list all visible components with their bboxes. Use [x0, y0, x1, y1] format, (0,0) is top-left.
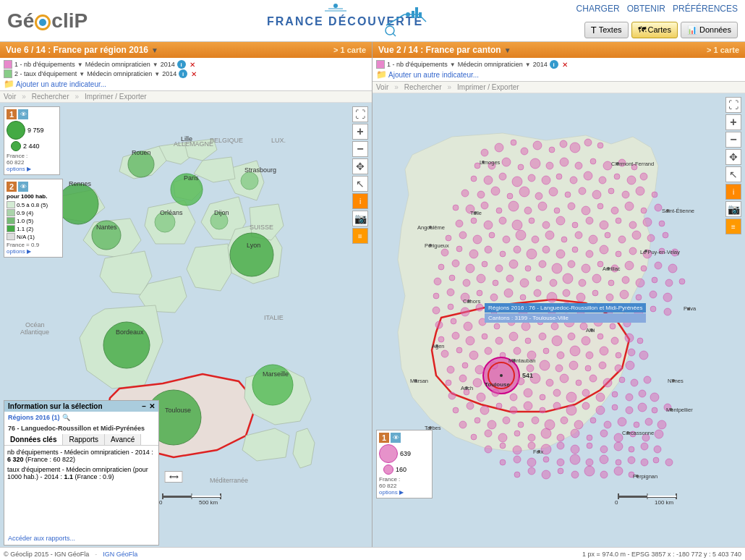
svg-text:Marseille: Marseille	[263, 370, 289, 378]
svg-point-362	[532, 417, 539, 424]
right-pan-btn[interactable]: ✥	[725, 149, 741, 165]
svg-point-92	[590, 158, 596, 164]
svg-rect-477	[618, 496, 647, 497]
right-map-container[interactable]: Limoges Clermont-Ferrand Angoulême Tulle…	[372, 93, 745, 520]
right-add-indicator[interactable]: 📁 Ajouter un autre indicateur...	[376, 69, 741, 80]
ind2-info-icon[interactable]: i	[179, 69, 187, 78]
left-voir-link[interactable]: Voir	[4, 93, 16, 101]
info-search-icon[interactable]: 🔍	[62, 414, 70, 421]
tab-donnees-cles[interactable]: Données clés	[4, 434, 63, 445]
svg-point-328	[477, 393, 485, 402]
right-view-more[interactable]: > 1 carte	[707, 46, 739, 54]
left-view-more[interactable]: > 1 carte	[333, 46, 366, 54]
svg-point-471	[414, 379, 417, 382]
svg-point-132	[582, 206, 590, 215]
right-ind1-color	[376, 60, 385, 69]
svg-point-297	[616, 352, 621, 358]
charger-link[interactable]: CHARGER	[576, 4, 620, 14]
left-imprimer-link[interactable]: Imprimer / Exporter	[85, 93, 147, 101]
ind1-close[interactable]: ✕	[190, 61, 195, 69]
right-legend-eye[interactable]: 👁	[391, 433, 401, 443]
acces-rapports-link[interactable]: Accéder aux rapports...	[8, 535, 75, 542]
svg-point-33	[58, 184, 98, 224]
svg-point-174	[500, 251, 506, 257]
right-ind1-dropdown[interactable]: ▼	[450, 61, 456, 68]
right-zoom-out-btn[interactable]: −	[725, 132, 741, 148]
left-rechercher-link[interactable]: Rechercher	[32, 93, 69, 101]
ind1-info-icon[interactable]: i	[177, 60, 186, 69]
pan-btn[interactable]: ✥	[352, 158, 368, 174]
legend2-row1: 0.5 à 0.8 (5)	[7, 201, 60, 208]
right-screenshot-btn[interactable]: 📷	[725, 201, 741, 217]
left-view-dropdown-arrow[interactable]: ▼	[151, 46, 158, 54]
info-close-btn[interactable]: ✕	[149, 402, 155, 410]
screenshot-btn[interactable]: 📷	[352, 211, 368, 226]
ind2-dropdown[interactable]: ▼	[79, 71, 85, 77]
svg-point-232	[576, 293, 585, 302]
svg-point-296	[600, 347, 608, 355]
cartes-button[interactable]: 🗺 Cartes	[631, 22, 678, 38]
svg-point-258	[464, 322, 472, 331]
right-ind1-sub-dropdown[interactable]: ▼	[525, 61, 531, 68]
svg-point-195	[552, 263, 562, 273]
svg-point-321	[589, 375, 597, 382]
right-imprimer-link[interactable]: Imprimer / Exporter	[457, 83, 519, 91]
legend2-options[interactable]: options ▶	[7, 248, 60, 255]
right-legend-options[interactable]: options ▶	[379, 489, 430, 496]
preferences-link[interactable]: PRÉFÉRENCES	[673, 4, 738, 14]
info-minimize-btn[interactable]: −	[142, 402, 146, 410]
sync-icon: ⟺	[169, 473, 179, 480]
svg-point-459	[465, 386, 468, 389]
svg-point-466	[621, 318, 624, 321]
right-zoom-in-btn[interactable]: +	[725, 114, 741, 130]
svg-point-273	[482, 334, 488, 339]
left-add-indicator[interactable]: 📁 Ajouter un autre indicateur...	[4, 79, 368, 89]
ind2-sub-dropdown[interactable]: ▼	[154, 71, 160, 77]
svg-point-326	[448, 392, 456, 399]
right-voir-link[interactable]: Voir	[376, 83, 388, 91]
info-region-header: Régions 2016 (1) 🔍	[4, 412, 158, 423]
legend1-val1: 9 759	[27, 127, 44, 134]
legend1-eye[interactable]: 👁	[18, 109, 28, 119]
sync-views-btn[interactable]: ⟺	[165, 471, 183, 483]
svg-point-213	[563, 273, 573, 284]
ind1-dropdown[interactable]: ▼	[77, 61, 83, 68]
svg-rect-8	[415, 7, 418, 18]
textes-button[interactable]: T Textes	[584, 22, 629, 38]
info-region-name: 76 - Languedoc-Roussillon et Midi-Pyréné…	[4, 423, 158, 434]
zoom-out-btn[interactable]: −	[352, 141, 368, 157]
select-btn[interactable]: ↖	[352, 176, 368, 192]
right-rechercher-link[interactable]: Rechercher	[404, 83, 442, 91]
right-select-btn[interactable]: ↖	[725, 166, 741, 182]
layers-btn[interactable]: ≡	[352, 228, 368, 244]
svg-point-397	[641, 443, 648, 450]
right-info-btn[interactable]: i	[725, 184, 741, 200]
svg-point-402	[543, 457, 549, 462]
legend1-options[interactable]: options ▶	[7, 166, 57, 172]
svg-rect-69	[192, 496, 221, 497]
legend2-eye[interactable]: 👁	[18, 182, 28, 192]
svg-point-175	[514, 246, 521, 253]
zoom-in-btn[interactable]: +	[352, 124, 368, 140]
ign-geofla-link[interactable]: IGN GéoFla	[103, 551, 137, 558]
obtenir-link[interactable]: OBTENIR	[627, 4, 665, 14]
ind1-year: 2014	[161, 61, 175, 68]
right-layers-btn[interactable]: ≡	[725, 219, 741, 234]
tab-rapports[interactable]: Rapports	[63, 434, 105, 445]
svg-point-166	[618, 236, 626, 243]
svg-point-80	[560, 140, 567, 148]
zoom-extent-btn[interactable]: ⛶	[352, 106, 368, 122]
svg-point-462	[429, 426, 432, 429]
svg-point-106	[614, 174, 620, 179]
ind1-sub-dropdown[interactable]: ▼	[153, 61, 158, 68]
right-zoom-extent-btn[interactable]: ⛶	[725, 97, 741, 113]
right-ind1-info-icon[interactable]: i	[550, 60, 558, 69]
tab-avance[interactable]: Avancé	[105, 434, 141, 445]
donnees-button[interactable]: 📊 Données	[681, 22, 738, 38]
right-ind1-close[interactable]: ✕	[562, 61, 568, 69]
info-btn[interactable]: i	[352, 193, 368, 209]
right-view-dropdown-arrow[interactable]: ▼	[504, 46, 511, 54]
left-indicator-1-row: 1 - nb d'équipements ▼ Médecin omniprati…	[4, 60, 368, 69]
ind2-close[interactable]: ✕	[191, 70, 197, 78]
svg-point-285	[441, 350, 448, 357]
